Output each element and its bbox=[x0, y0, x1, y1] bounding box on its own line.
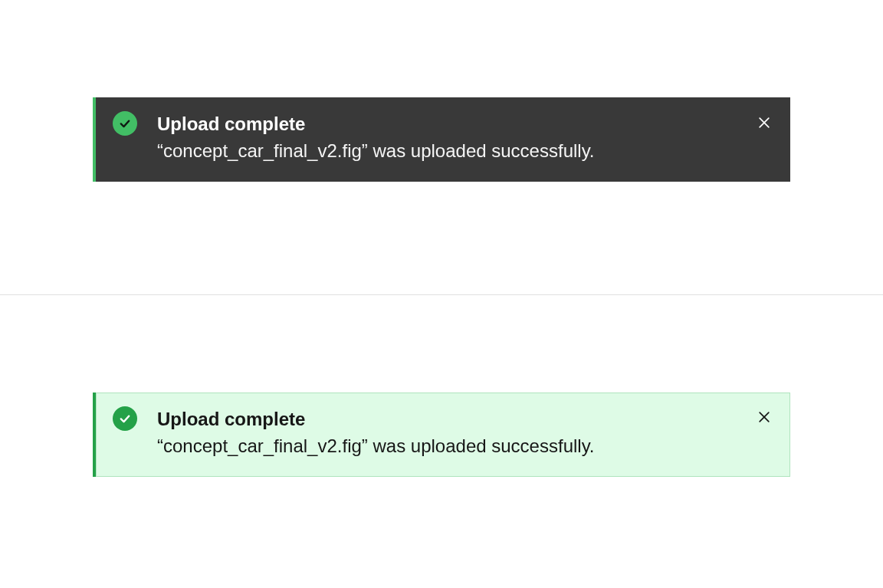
panel-dark-variant: Upload complete “concept_car_final_v2.fi… bbox=[0, 0, 883, 294]
close-button[interactable] bbox=[752, 111, 776, 136]
close-icon bbox=[757, 409, 772, 427]
close-icon bbox=[757, 115, 772, 133]
checkmark-filled-icon bbox=[113, 406, 137, 431]
toast-success-dark: Upload complete “concept_car_final_v2.fi… bbox=[93, 97, 790, 182]
toast-content: Upload complete “concept_car_final_v2.fi… bbox=[157, 113, 747, 163]
toast-title: Upload complete bbox=[157, 113, 747, 136]
toast-message: “concept_car_final_v2.fig” was uploaded … bbox=[157, 139, 747, 163]
toast-success-light: Upload complete “concept_car_final_v2.fi… bbox=[93, 393, 790, 477]
toast-content: Upload complete “concept_car_final_v2.fi… bbox=[157, 408, 747, 458]
close-button[interactable] bbox=[752, 406, 776, 431]
panel-light-variant: Upload complete “concept_car_final_v2.fi… bbox=[0, 295, 883, 589]
toast-message: “concept_car_final_v2.fig” was uploaded … bbox=[157, 434, 747, 458]
checkmark-filled-icon bbox=[113, 111, 137, 136]
toast-title: Upload complete bbox=[157, 408, 747, 431]
